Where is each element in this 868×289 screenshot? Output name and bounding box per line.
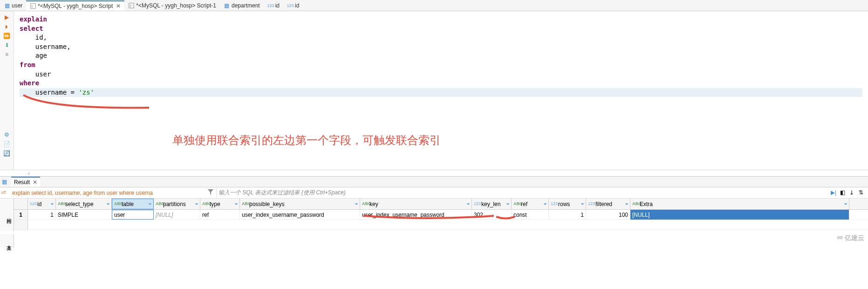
kw-from: from <box>20 61 35 69</box>
cell-table[interactable]: user <box>112 210 154 220</box>
cell-filtered[interactable]: 100 <box>586 210 630 220</box>
prev-page-icon[interactable]: ▶| <box>831 189 838 197</box>
text-icon: ABC <box>362 201 369 207</box>
cell-type[interactable]: ref <box>200 210 240 220</box>
cell-rownum[interactable]: 1 <box>14 210 28 220</box>
col-filter-icon[interactable]: ⏷ <box>195 202 199 206</box>
col-filter-icon[interactable]: ⏷ <box>581 202 585 206</box>
cell-id[interactable]: 1 <box>28 210 56 220</box>
watermark: ∞ 亿速云 <box>837 233 864 242</box>
kw-select: select <box>20 25 43 32</box>
cell-extra[interactable]: [NULL] <box>630 210 849 220</box>
col-id[interactable]: 123id⏷ <box>28 199 56 209</box>
col-filter-icon[interactable]: ⏷ <box>506 202 510 206</box>
sql-icon: T <box>30 3 36 9</box>
col-type[interactable]: ABCtype⏷ <box>200 199 240 209</box>
text-icon: ABC <box>202 201 209 207</box>
text-icon: ABC <box>156 201 162 207</box>
grid-view-tab[interactable]: 网格 <box>0 199 14 231</box>
tab-script-active[interactable]: T *<MySQL - yygh_hosp> Script ✕ <box>26 0 124 11</box>
text-view-tab[interactable]: 文本 <box>0 234 14 248</box>
run-icon[interactable]: ▶ <box>3 13 11 21</box>
table-icon: ▦ <box>4 2 10 9</box>
col-filtered[interactable]: 123filtered⏷ <box>586 199 630 209</box>
col-ref[interactable]: ABCref⏷ <box>512 199 549 209</box>
tab-label: *<MySQL - yygh_hosp> Script-1 <box>136 2 216 9</box>
tab-department[interactable]: ▦ department <box>220 0 264 11</box>
annotation-underline <box>21 93 151 111</box>
executed-query-text: explain select id, username, age from us… <box>10 189 206 197</box>
filter-expression-input[interactable]: 输入一个 SQL 表达式来过滤结果 (使用 Ctrl+Space) <box>216 188 831 198</box>
col-key[interactable]: ABCkey⏷ <box>360 199 472 209</box>
col-partitions[interactable]: ABCpartitions⏷ <box>154 199 200 209</box>
tab-id-2[interactable]: 123 id <box>283 0 303 11</box>
tab-label: department <box>232 2 260 9</box>
col-filter-icon[interactable]: ⏷ <box>106 202 110 206</box>
number-icon: 123 <box>551 201 557 207</box>
col-filter-icon[interactable]: ⏷ <box>234 202 239 206</box>
col-table[interactable]: ABCtable⏷ <box>112 199 154 209</box>
col-extra[interactable]: ABCExtra⏷ <box>630 199 849 209</box>
editor-scrollbar[interactable]: ‹ <box>0 170 868 176</box>
cell-possible-keys[interactable]: user_index_username_password <box>240 210 360 220</box>
close-icon[interactable]: ✕ <box>33 179 37 186</box>
tab-label: id <box>295 2 299 9</box>
col-filter-icon[interactable]: ⏷ <box>844 202 848 206</box>
cell-partitions[interactable]: [NULL] <box>154 210 200 220</box>
col-possible-keys[interactable]: ABCpossible_keys⏷ <box>240 199 360 209</box>
text-icon: ABC <box>513 201 520 207</box>
text-icon: ABC <box>114 201 121 207</box>
tab-script-1[interactable]: T *<MySQL - yygh_hosp> Script-1 <box>124 0 220 11</box>
close-icon[interactable]: ✕ <box>116 3 121 9</box>
tab-id-1[interactable]: 123 id <box>264 0 283 11</box>
tab-user[interactable]: ▦ user <box>0 0 26 11</box>
export-icon[interactable]: ⬇ <box>3 41 11 49</box>
table-icon: ▦ <box>224 2 230 9</box>
settings-result-icon[interactable]: ⇅ <box>859 189 866 197</box>
plan-icon[interactable]: ≡ <box>3 50 11 59</box>
cell-select-type[interactable]: SIMPLE <box>56 210 112 220</box>
text-icon: ABC <box>58 201 64 207</box>
annotation-underline-keylen <box>494 214 517 222</box>
text-icon: ABC <box>242 201 248 207</box>
number-icon: 123 <box>474 201 480 207</box>
number-icon: 123 <box>267 2 274 9</box>
settings-icon[interactable]: ⚙ <box>3 131 11 139</box>
col-filter-icon[interactable]: ⏷ <box>148 202 152 206</box>
col-filter-icon[interactable]: ⏷ <box>543 202 547 206</box>
col-filter-icon[interactable]: ⏷ <box>625 202 629 206</box>
page-icon[interactable]: 📄 <box>3 140 11 148</box>
grid-header-row: 123id⏷ ABCselect_type⏷ ABCtable⏷ ABCpart… <box>14 199 868 210</box>
editor-left-toolbar: ▶ ⏵ ⏩ ⬇ ≡ ⚙ 📄 🔄 <box>0 11 14 170</box>
kw-where: where <box>20 79 39 87</box>
col-age: age <box>20 52 47 59</box>
annotation-underline-key <box>361 213 496 222</box>
run-script-icon[interactable]: ⏵ <box>3 22 11 31</box>
col-key-len[interactable]: 123key_len⏷ <box>472 199 512 209</box>
refresh-icon[interactable]: 🔄 <box>3 149 11 158</box>
col-select-type[interactable]: ABCselect_type⏷ <box>56 199 112 209</box>
kw-explain: explain <box>20 15 47 23</box>
annotation-text: 单独使用联合索引的左边第一个字段，可触发联合索引 <box>172 132 441 148</box>
sql-filter-icon[interactable]: oT <box>1 188 9 197</box>
col-filter-icon[interactable]: ⏷ <box>50 202 55 206</box>
execute-icon[interactable]: ⏩ <box>3 32 11 40</box>
sql-editor[interactable]: explain select id, username, age from us… <box>14 11 868 170</box>
col-id: id, <box>20 34 47 41</box>
filter-apply-icon[interactable] <box>207 188 215 197</box>
result-toolbar-right: ▶| ◧ ⤓ ⇅ <box>831 189 868 197</box>
scroll-left-icon[interactable]: ‹ <box>28 170 30 177</box>
number-icon: 123 <box>588 201 595 207</box>
col-filter-icon[interactable]: ⏷ <box>355 202 359 206</box>
sql-icon: T <box>128 2 135 9</box>
result-tab[interactable]: Result ✕ <box>11 177 40 187</box>
cell-empty <box>14 220 28 230</box>
col-rows[interactable]: 123rows⏷ <box>549 199 586 209</box>
col-filter-icon[interactable]: ⏷ <box>466 202 471 206</box>
cell-rows[interactable]: 1 <box>549 210 586 220</box>
col-rownum[interactable] <box>14 199 28 209</box>
cell-ref[interactable]: const <box>512 210 549 220</box>
panels-icon[interactable]: ◧ <box>840 189 847 197</box>
export-result-icon[interactable]: ⤓ <box>849 189 857 197</box>
editor-main-area: ▶ ⏵ ⏩ ⬇ ≡ ⚙ 📄 🔄 explain select id, usern… <box>0 11 868 170</box>
